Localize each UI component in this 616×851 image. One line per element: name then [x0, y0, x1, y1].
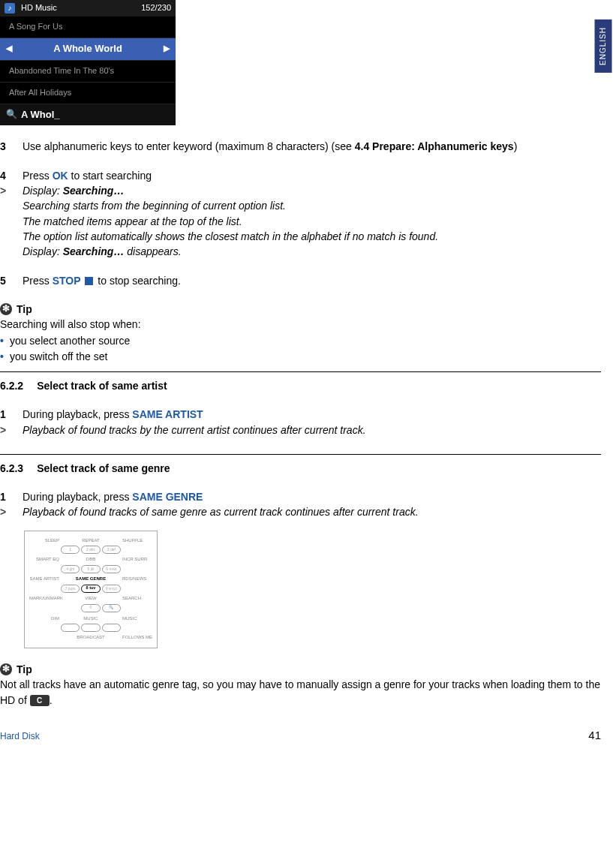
- bullet-dot: •: [0, 333, 4, 348]
- stop-icon: [85, 277, 93, 285]
- result-marker: >: [0, 183, 14, 259]
- section-number: 6.2.2: [0, 378, 23, 393]
- remote-diagram: SLEEP REPEAT SHUFFLE 1 2 abc 3 def SMART…: [24, 531, 158, 648]
- step4-pre: Press: [23, 170, 53, 182]
- device-search-text: A Whol_: [21, 108, 60, 122]
- sec623-step1: 1 During playback, press SAME GENRE: [0, 489, 601, 504]
- step3-text: Use alphanumeric keys to enter keyword (…: [23, 140, 355, 152]
- same-genre-button-label: SAME GENRE: [132, 491, 203, 503]
- remote-label: RDS/NEWS: [122, 576, 152, 582]
- remote-label: FOLLOWS ME: [122, 634, 152, 641]
- result-marker: >: [0, 422, 14, 438]
- device-header-label: HD Music: [21, 2, 57, 14]
- step-5: 5 Press STOP to stop searching.: [0, 273, 601, 288]
- ok-button-label: OK: [53, 170, 68, 182]
- same-artist-button-label: SAME ARTIST: [132, 408, 203, 420]
- tip2-pre: Not all tracks have an automatic genre t…: [0, 678, 600, 705]
- footer-section: Hard Disk: [0, 730, 40, 743]
- sec622-step1-pre: During playback, press: [23, 408, 132, 420]
- remote-key: 7 pqrs: [61, 585, 80, 593]
- page-footer: Hard Disk 41: [0, 727, 601, 744]
- step-number: 3: [0, 139, 14, 154]
- step-number: 5: [0, 273, 14, 288]
- step-4-result: > Display: Searching… Searching starts f…: [0, 183, 601, 259]
- tip-item: you select another source: [10, 333, 130, 348]
- search-icon: 🔍: [6, 110, 17, 120]
- remote-key: 5 jkl: [81, 565, 100, 573]
- step3-ref: 4.4 Prepare: Alphanumeric keys: [355, 140, 514, 152]
- step-number: 4: [0, 168, 14, 183]
- result-line: Searching starts from the beginning of c…: [23, 198, 601, 213]
- tip-label: Tip: [17, 662, 32, 677]
- result-line: The matched items appear at the top of t…: [23, 214, 601, 229]
- remote-label: DBB: [61, 556, 121, 563]
- remote-label: MUSIC: [122, 615, 152, 622]
- step-number: 1: [0, 489, 14, 504]
- section-number: 6.2.3: [0, 461, 23, 476]
- tip-bullet-list: •you select another source •you switch o…: [0, 333, 601, 364]
- tip2-text: Not all tracks have an automatic genre t…: [0, 677, 601, 708]
- remote-key: 9 wxyz: [102, 585, 121, 593]
- remote-key: 2 abc: [81, 546, 100, 554]
- remote-key-search: 🔍: [102, 604, 121, 612]
- sec623-result-text: Playback of found tracks of same genre a…: [23, 504, 601, 519]
- step-number: 1: [0, 407, 14, 422]
- remote-key-highlight: 8 tuv: [81, 585, 100, 593]
- remote-key: [81, 624, 100, 632]
- remote-key: [61, 624, 80, 632]
- tip-label: Tip: [17, 302, 32, 317]
- section-divider: [0, 371, 601, 372]
- display-value: Searching…: [63, 245, 125, 257]
- step-4: 4 Press OK to start searching: [0, 168, 601, 183]
- step-3: 3 Use alphanumeric keys to enter keyword…: [0, 139, 601, 154]
- remote-label-highlight: SAME GENRE: [61, 576, 121, 582]
- music-note-icon: ♪: [5, 3, 15, 14]
- remote-key: 3 def: [102, 546, 121, 554]
- remote-label: SEARCH: [122, 595, 152, 602]
- section-title: Select track of same genre: [37, 461, 170, 476]
- stop-button-label: STOP: [53, 275, 81, 287]
- list-item-selected: ◀ A Whole World ▶: [0, 38, 176, 61]
- sec623-result: > Playback of found tracks of same genre…: [0, 504, 601, 519]
- device-screenshot: ♪ HD Music 152/230 A Song For Us ◀ A Who…: [0, 0, 176, 125]
- result-line-post: disappears.: [124, 245, 181, 257]
- result-line: The option list automatically shows the …: [23, 229, 601, 244]
- sec622-result: > Playback of found tracks by the curren…: [0, 422, 601, 438]
- display-value: Searching…: [63, 185, 125, 197]
- section-title: Select track of same artist: [37, 378, 167, 393]
- list-item: After All Holidays: [0, 83, 176, 104]
- step3-post: ): [514, 140, 518, 152]
- remote-label: MUSIC: [61, 615, 121, 622]
- sec622-result-text: Playback of found tracks by the current …: [23, 422, 601, 438]
- tip-item: you switch off the set: [10, 349, 107, 364]
- remote-key: 4 ghi: [61, 565, 80, 573]
- tip-icon: ✻: [0, 303, 12, 315]
- remote-label: SLEEP: [29, 537, 59, 544]
- device-search-row: 🔍 A Whol_: [0, 104, 176, 126]
- remote-key: 6 mno: [102, 565, 121, 573]
- display-label: Display:: [23, 245, 63, 257]
- tip-header: ✻ Tip: [0, 662, 601, 677]
- section-heading-623: 6.2.3 Select track of same genre: [0, 461, 601, 476]
- sec623-step1-pre: During playback, press: [23, 491, 132, 503]
- remote-label: SMART EQ: [29, 556, 59, 563]
- selected-track-label: A Whole World: [53, 42, 122, 56]
- list-item: A Song For Us: [0, 17, 176, 38]
- remote-key: [102, 624, 121, 632]
- section-heading-622: 6.2.2 Select track of same artist: [0, 378, 601, 393]
- remote-key: 0: [81, 604, 100, 612]
- remote-label: SHUFFLE: [122, 537, 152, 544]
- center-badge: C: [30, 695, 50, 706]
- remote-label: DIM: [29, 615, 59, 622]
- remote-label: REPEAT: [61, 537, 121, 544]
- list-item: Abandoned Time In The 80's: [0, 61, 176, 83]
- language-tab: ENGLISH: [595, 20, 612, 73]
- tip-intro: Searching will also stop when:: [0, 317, 601, 332]
- chevron-right-icon: ▶: [164, 43, 170, 55]
- step5-pre: Press: [23, 275, 53, 287]
- step4-post: to start searching: [68, 170, 152, 182]
- footer-page-number: 41: [588, 727, 601, 744]
- remote-key: 1: [61, 546, 80, 554]
- section-divider: [0, 454, 601, 455]
- device-track-count: 152/230: [141, 2, 171, 14]
